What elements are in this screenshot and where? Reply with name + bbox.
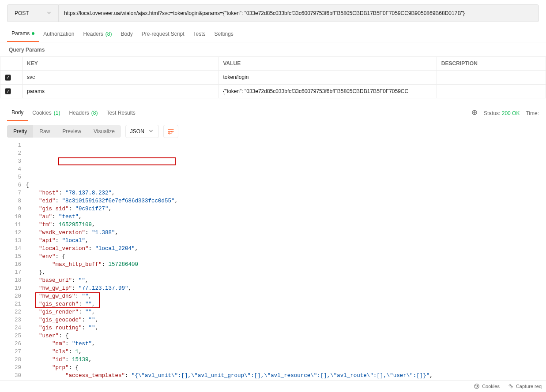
tab-headers-label: Headers bbox=[83, 31, 103, 37]
tab-settings[interactable]: Settings bbox=[210, 27, 238, 41]
code-line[interactable]: "user": { bbox=[26, 332, 546, 340]
annotation-eid-highlight bbox=[58, 157, 176, 165]
param-desc-cell[interactable] bbox=[437, 71, 546, 85]
headers-count-badge: (8) bbox=[105, 31, 112, 37]
param-row[interactable]: ✓svctoken/login bbox=[0, 71, 546, 85]
tab-body[interactable]: Body bbox=[116, 27, 137, 41]
code-line[interactable]: "api": "local", bbox=[26, 237, 546, 245]
wrap-lines-button[interactable] bbox=[163, 125, 178, 138]
param-checkbox[interactable]: ✓ bbox=[5, 75, 11, 81]
param-key-cell[interactable]: params bbox=[23, 84, 218, 98]
code-line[interactable]: "gis_geocode": "", bbox=[26, 316, 546, 324]
param-key-cell[interactable]: svc bbox=[23, 71, 218, 85]
column-header-check bbox=[0, 57, 23, 71]
tab-prerequest-script[interactable]: Pre-request Script bbox=[137, 27, 189, 41]
code-line[interactable]: "gis_search": "", bbox=[26, 300, 546, 308]
line-number: 21 bbox=[7, 300, 21, 308]
cookie-icon bbox=[474, 383, 480, 389]
bottom-bar: Cookies Capture req bbox=[0, 380, 546, 392]
code-line[interactable]: "access_templates": "{\"avl_unit\":[],\"… bbox=[26, 372, 546, 380]
line-number: 20 bbox=[7, 292, 21, 300]
code-line[interactable]: "local_version": "local_2204", bbox=[26, 245, 546, 253]
code-line[interactable]: "env": { bbox=[26, 253, 546, 261]
code-line[interactable]: "id": 15139, bbox=[26, 356, 546, 364]
code-line[interactable]: "au": "test", bbox=[26, 213, 546, 221]
footer-capture-button[interactable]: Capture req bbox=[508, 383, 542, 389]
body-type-select[interactable]: JSON bbox=[125, 125, 159, 138]
code-line[interactable]: "prp": { bbox=[26, 364, 546, 372]
line-number: 15 bbox=[7, 253, 21, 261]
footer-cookies-label: Cookies bbox=[482, 384, 500, 389]
status-label: Status: 200 OK bbox=[484, 110, 520, 116]
tab-headers[interactable]: Headers (8) bbox=[79, 27, 116, 41]
line-number: 11 bbox=[7, 221, 21, 229]
line-number: 26 bbox=[7, 340, 21, 348]
status-value: 200 OK bbox=[502, 110, 520, 116]
line-number: 5 bbox=[7, 173, 21, 181]
res-tab-body[interactable]: Body bbox=[7, 105, 28, 121]
chevron-down-icon bbox=[46, 10, 52, 17]
param-desc-cell[interactable] bbox=[437, 84, 546, 98]
line-number: 28 bbox=[7, 356, 21, 364]
line-number: 2 bbox=[7, 149, 21, 157]
code-line[interactable]: "gis_render": "", bbox=[26, 308, 546, 316]
globe-icon[interactable] bbox=[471, 109, 478, 117]
code-line[interactable]: "gis_routing": "", bbox=[26, 324, 546, 332]
code-line[interactable]: "eid": "8c3101591632f6e7ef686d333fcc0d55… bbox=[26, 197, 546, 205]
footer-cookies-button[interactable]: Cookies bbox=[474, 383, 500, 389]
http-method-select[interactable]: POST bbox=[7, 4, 58, 22]
cookies-count-badge: (1) bbox=[54, 110, 60, 116]
view-preview-button[interactable]: Preview bbox=[56, 125, 87, 138]
view-pretty-button[interactable]: Pretty bbox=[7, 125, 33, 138]
line-number: 14 bbox=[7, 245, 21, 253]
line-number: 18 bbox=[7, 276, 21, 284]
time-label: Time: bbox=[526, 110, 539, 116]
code-line[interactable]: "tm": 1652957109, bbox=[26, 221, 546, 229]
line-number: 3 bbox=[7, 157, 21, 165]
param-checkbox[interactable]: ✓ bbox=[5, 88, 11, 94]
code-line[interactable]: "hw_gw_dns": "", bbox=[26, 292, 546, 300]
param-row[interactable]: ✓params{"token": "033e72d85c033bfcf33c60… bbox=[0, 84, 546, 98]
tab-params-label: Params bbox=[11, 30, 30, 37]
code-line[interactable]: "host": "78.137.8.232", bbox=[26, 189, 546, 197]
svg-point-7 bbox=[476, 387, 476, 387]
code-line[interactable]: "gis_sid": "9c9c1f27", bbox=[26, 205, 546, 213]
query-params-title: Query Params bbox=[0, 42, 546, 56]
line-number: 19 bbox=[7, 284, 21, 292]
code-line[interactable]: "hw_gw_ip": "77.123.137.99", bbox=[26, 284, 546, 292]
line-number: 27 bbox=[7, 348, 21, 356]
res-tab-cookies[interactable]: Cookies (1) bbox=[28, 106, 64, 120]
line-number: 8 bbox=[7, 197, 21, 205]
line-number: 22 bbox=[7, 308, 21, 316]
view-visualize-button[interactable]: Visualize bbox=[87, 125, 121, 138]
tab-authorization[interactable]: Authorization bbox=[39, 27, 79, 41]
code-line[interactable]: "nm": "test", bbox=[26, 340, 546, 348]
line-number: 12 bbox=[7, 229, 21, 237]
params-modified-dot-icon bbox=[32, 32, 34, 35]
http-method-label: POST bbox=[15, 10, 29, 16]
res-tab-headers[interactable]: Headers (8) bbox=[64, 106, 102, 120]
view-raw-button[interactable]: Raw bbox=[33, 125, 56, 138]
line-number: 24 bbox=[7, 324, 21, 332]
res-tab-test-results[interactable]: Test Results bbox=[102, 106, 139, 120]
line-number: 13 bbox=[7, 237, 21, 245]
code-line[interactable]: "max_http_buff": 157286400 bbox=[26, 261, 546, 269]
tab-params[interactable]: Params bbox=[7, 26, 39, 42]
response-body-code[interactable]: 1234567891011121314151617181920212223242… bbox=[0, 142, 546, 392]
code-line[interactable]: "cls": 1, bbox=[26, 348, 546, 356]
request-url-input[interactable] bbox=[58, 4, 539, 22]
param-value-cell[interactable]: token/login bbox=[218, 71, 437, 85]
param-value-cell[interactable]: {"token": "033e72d85c033bfcf33c60079753f… bbox=[218, 84, 437, 98]
code-line[interactable]: "base_url": "", bbox=[26, 276, 546, 284]
code-line[interactable]: }, bbox=[26, 269, 546, 276]
line-number: 23 bbox=[7, 316, 21, 324]
line-number: 7 bbox=[7, 189, 21, 197]
line-number: 29 bbox=[7, 364, 21, 372]
tab-tests[interactable]: Tests bbox=[188, 27, 210, 41]
code-line[interactable]: "wsdk_version": "1.388", bbox=[26, 229, 546, 237]
satellite-icon bbox=[508, 383, 514, 389]
line-number: 1 bbox=[7, 142, 21, 149]
footer-capture-label: Capture req bbox=[516, 384, 542, 389]
code-line[interactable]: { bbox=[26, 181, 546, 189]
column-header-description: DESCRIPTION bbox=[437, 57, 546, 71]
